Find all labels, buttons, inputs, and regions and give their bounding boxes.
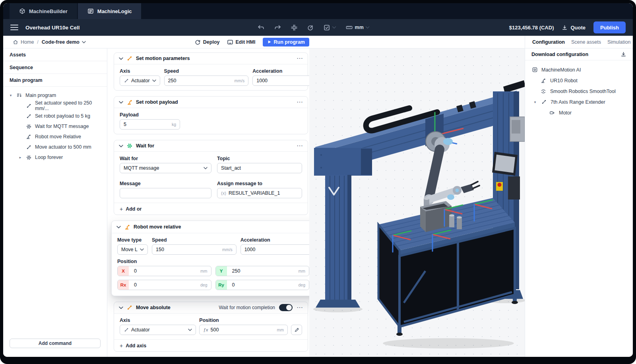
payload-unit: kg: [172, 122, 176, 127]
deploy-sync-icon: [194, 39, 201, 45]
axis-select[interactable]: Actuator: [120, 76, 160, 86]
checklist-dropdown[interactable]: [324, 24, 336, 31]
position-y-input[interactable]: [232, 268, 296, 274]
sidebar-section-sequence[interactable]: Sequence: [3, 61, 107, 74]
topic-input[interactable]: [221, 165, 298, 171]
acceleration-field[interactable]: mm/s²: [252, 76, 309, 86]
tree-item-set-speed[interactable]: Set actuator speed to 250 mm/...: [3, 101, 107, 111]
collapse-chevron-icon[interactable]: [119, 57, 123, 60]
publish-button[interactable]: Publish: [593, 21, 626, 33]
topic-field[interactable]: [217, 163, 302, 173]
download-configuration-row[interactable]: Download configuration: [525, 48, 633, 60]
position-x-input[interactable]: [134, 268, 198, 274]
menu-icon[interactable]: [10, 25, 18, 30]
message-input[interactable]: [124, 190, 207, 196]
position-x-field[interactable]: X mm: [117, 266, 211, 276]
collapse-chevron-icon[interactable]: [116, 226, 121, 228]
add-command-button[interactable]: Add command: [10, 339, 101, 348]
position-rx-input[interactable]: [134, 282, 198, 288]
viewport-3d[interactable]: [309, 48, 525, 357]
caret-down-icon[interactable]: ▾: [9, 93, 13, 97]
tab-simulation[interactable]: Simulation: [607, 39, 630, 45]
speed-field[interactable]: mm/s: [164, 76, 249, 86]
wait-completion-toggle[interactable]: [279, 304, 293, 311]
add-or-button[interactable]: + Add or: [114, 203, 308, 215]
ur10-robot-arm[interactable]: [424, 132, 479, 205]
more-icon[interactable]: ⋯: [297, 143, 303, 149]
wait-for-select[interactable]: MQTT message: [120, 163, 211, 173]
acceleration-input[interactable]: [256, 78, 309, 83]
breadcrumb-project[interactable]: Code-free demo: [42, 39, 86, 45]
tab-machinebuilder[interactable]: MachineBuilder: [10, 3, 77, 19]
axis-select[interactable]: Actuator: [120, 325, 196, 335]
tree-item-smoothtool[interactable]: Smooth Robotics SmoothTool: [525, 86, 633, 97]
position-ry-input[interactable]: [232, 282, 296, 288]
tab-scene-assets[interactable]: Scene assets: [571, 39, 601, 45]
breadcrumb-home[interactable]: Home: [13, 39, 34, 45]
deploy-button[interactable]: Deploy: [194, 39, 220, 45]
edit-hmi-button[interactable]: Edit HMI: [227, 39, 256, 45]
position-y-field[interactable]: Y mm: [215, 266, 310, 276]
speed-field[interactable]: mm/s: [152, 244, 237, 255]
more-icon[interactable]: ⋯: [297, 55, 303, 62]
collapse-chevron-icon[interactable]: [119, 145, 123, 147]
gear-icon: [126, 143, 133, 149]
block-move-absolute: Move absolute Wait for motion completion…: [114, 302, 308, 352]
tree-item-motor[interactable]: Motor: [525, 107, 633, 118]
sidebar-section-main-program[interactable]: Main program: [3, 74, 107, 87]
fit-view-icon[interactable]: [291, 24, 298, 31]
sidebar-section-assets[interactable]: Assets: [3, 48, 107, 61]
more-icon[interactable]: ⋯: [297, 304, 303, 311]
tree-item-machinemotion-ai[interactable]: MachineMotion AI: [525, 64, 633, 75]
move-type-select[interactable]: Move L: [117, 244, 148, 255]
action-bar: Home / Code-free demo Deploy Edit HMI: [3, 36, 633, 48]
breadcrumb-project-label: Code-free demo: [42, 39, 80, 45]
position-expression-field[interactable]: ƒx mm: [199, 325, 288, 335]
run-program-button[interactable]: Run program: [263, 38, 309, 46]
redo-icon[interactable]: [274, 25, 281, 31]
left-pillar[interactable]: [314, 148, 372, 308]
tree-root-main-program[interactable]: ▾ Main program: [3, 90, 107, 101]
sequence-sort-icon: [16, 92, 22, 99]
acceleration-input[interactable]: [244, 247, 308, 252]
position-input[interactable]: [211, 327, 275, 333]
tab-configuration[interactable]: Configuration: [532, 39, 565, 45]
axis-value: Actuator: [131, 78, 150, 83]
caret-down-icon[interactable]: ▾: [533, 100, 537, 104]
tree-item-loop-forever[interactable]: ▸ Loop forever: [3, 152, 107, 163]
assign-variable-input[interactable]: [229, 190, 298, 196]
collapse-chevron-icon[interactable]: [119, 306, 123, 309]
edit-position-button[interactable]: [291, 325, 302, 335]
home-icon: [13, 39, 18, 45]
pendant-screen[interactable]: [492, 152, 518, 176]
payload-field[interactable]: kg: [120, 119, 180, 130]
quote-button[interactable]: Quote: [562, 25, 586, 31]
position-ry-field[interactable]: Ry deg: [215, 280, 309, 290]
tree-item-move-actuator[interactable]: Move actuator to 500 mm: [3, 142, 107, 152]
timer-icon[interactable]: [307, 24, 314, 31]
tree-item-wait-mqtt[interactable]: Wait for MQTT message: [3, 121, 107, 132]
speed-input[interactable]: [156, 247, 220, 252]
caret-right-icon[interactable]: ▸: [18, 155, 22, 159]
undo-icon[interactable]: [258, 25, 265, 31]
assign-variable-field[interactable]: (x): [217, 188, 302, 198]
tree-item-7th-axis[interactable]: ▾ 7th Axis Range Extender: [525, 97, 633, 107]
payload-input[interactable]: [124, 122, 169, 127]
add-axis-button[interactable]: + Add axis: [114, 339, 308, 351]
acceleration-field[interactable]: mm/s²: [240, 244, 309, 255]
estop-button[interactable]: [496, 182, 503, 191]
units-dropdown[interactable]: mm: [346, 24, 370, 31]
payload-label: Payload: [120, 112, 302, 118]
more-icon[interactable]: ⋯: [297, 99, 303, 105]
quote-label: Quote: [570, 25, 586, 31]
tree-item-set-payload[interactable]: Set robot payload to 5 kg: [3, 111, 107, 121]
tree-item-ur10-robot[interactable]: UR10 Robot: [525, 75, 633, 86]
block-title: Set robot payload: [136, 99, 178, 105]
edit-hmi-label: Edit HMI: [236, 39, 256, 45]
message-field[interactable]: [120, 188, 211, 198]
tab-machinelogic[interactable]: MachineLogic: [78, 3, 142, 19]
position-rx-field[interactable]: Rx deg: [117, 280, 211, 290]
collapse-chevron-icon[interactable]: [119, 101, 123, 104]
speed-input[interactable]: [168, 78, 232, 83]
tree-item-robot-move[interactable]: Robot move Relative: [3, 132, 107, 142]
